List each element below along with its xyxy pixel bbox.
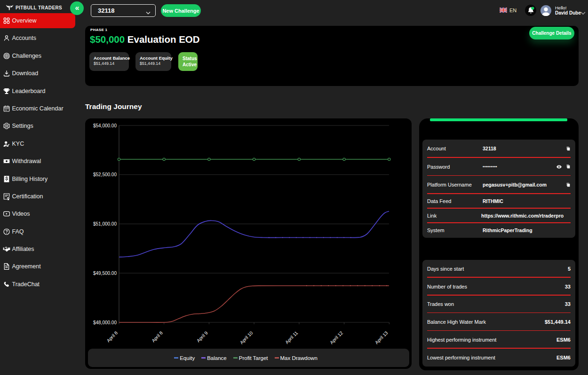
svg-text:$49,500.00: $49,500.00 (93, 271, 117, 276)
svg-text:April 10: April 10 (239, 330, 254, 345)
svg-text:$51,000.00: $51,000.00 (93, 221, 117, 227)
svg-text:$52,500.00: $52,500.00 (93, 172, 117, 177)
svg-text:$48,000.00: $48,000.00 (93, 320, 117, 325)
svg-text:April 8: April 8 (151, 330, 164, 343)
svg-text:April 12: April 12 (329, 330, 344, 345)
svg-text:April 9: April 9 (196, 330, 209, 343)
svg-text:April 11: April 11 (284, 330, 299, 345)
svg-text:April 8: April 8 (106, 330, 119, 343)
svg-text:$54,000.00: $54,000.00 (93, 123, 117, 128)
svg-text:April 13: April 13 (374, 330, 389, 345)
